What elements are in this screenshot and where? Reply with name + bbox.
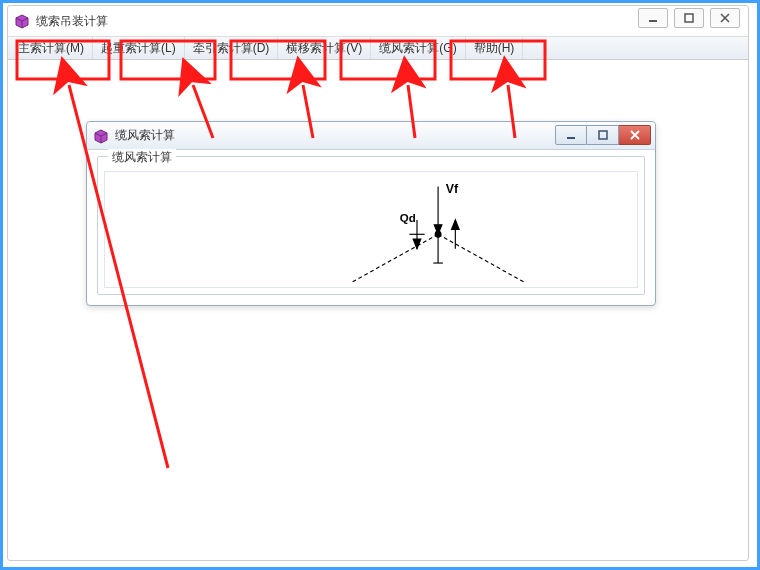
menu-lifting-cable[interactable]: 起重索计算(L): [93, 37, 185, 59]
groupbox-label: 缆风索计算: [108, 149, 176, 166]
minimize-button[interactable]: [638, 8, 668, 28]
inner-body: 缆风索计算: [87, 150, 655, 305]
inner-close-button[interactable]: [619, 125, 651, 145]
main-title-bar: 缆索吊装计算: [8, 6, 748, 36]
inner-app-icon: [93, 128, 109, 144]
main-window-title: 缆索吊装计算: [36, 13, 108, 30]
wind-cable-groupbox: 缆风索计算: [97, 156, 645, 295]
svg-rect-7: [599, 131, 607, 139]
diagram-q-label: Qd: [400, 212, 416, 224]
menu-bar: 主索计算(M) 起重索计算(L) 牵引索计算(D) 横移索计算(V) 缆风索计算…: [8, 36, 748, 60]
inner-window-title: 缆风索计算: [115, 127, 175, 144]
svg-rect-6: [567, 137, 575, 139]
menu-lateral-cable[interactable]: 横移索计算(V): [278, 37, 371, 59]
menu-traction-cable[interactable]: 牵引索计算(D): [185, 37, 279, 59]
inner-title-bar: 缆风索计算: [87, 122, 655, 150]
main-window: 缆索吊装计算 主索计算(M) 起重索计算(L) 牵引索计算(D) 横移索计算(V…: [7, 5, 749, 561]
close-button[interactable]: [710, 8, 740, 28]
menu-help[interactable]: 帮助(H): [466, 37, 524, 59]
menu-main-cable[interactable]: 主索计算(M): [10, 37, 93, 59]
svg-rect-3: [685, 14, 693, 22]
svg-marker-16: [452, 220, 460, 230]
inner-minimize-button[interactable]: [555, 125, 587, 145]
app-icon: [14, 13, 30, 29]
maximize-button[interactable]: [674, 8, 704, 28]
wind-cable-window: 缆风索计算 缆风索计算: [86, 121, 656, 306]
inner-maximize-button[interactable]: [587, 125, 619, 145]
svg-rect-2: [649, 20, 657, 22]
window-controls: [638, 8, 740, 28]
inner-window-controls: [555, 125, 651, 145]
svg-point-12: [435, 231, 441, 237]
menu-wind-cable[interactable]: 缆风索计算(G): [371, 37, 465, 59]
diagram-v-label: Vf: [446, 182, 459, 196]
cable-diagram-icon: Vf Qd: [105, 172, 637, 287]
diagram-area: Vf Qd: [104, 171, 638, 288]
